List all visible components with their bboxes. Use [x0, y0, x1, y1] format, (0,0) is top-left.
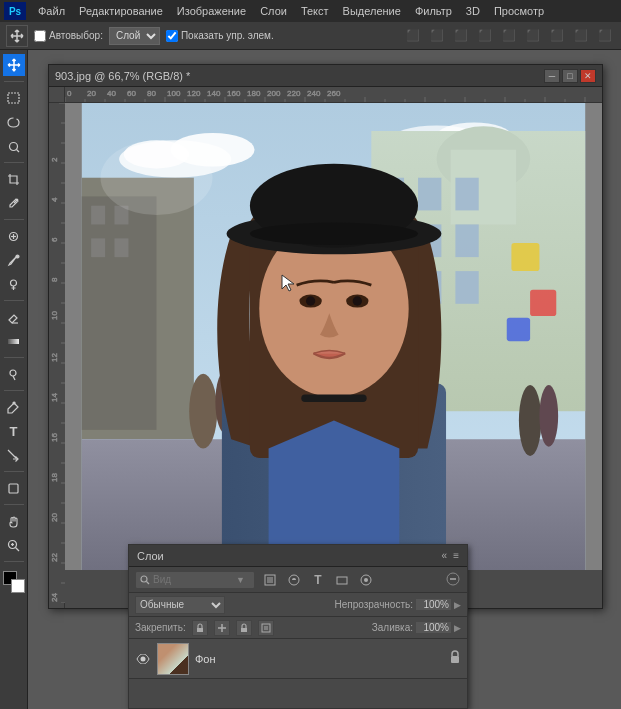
- brush-tool[interactable]: [3, 249, 25, 271]
- lock-artboard-btn[interactable]: [258, 620, 274, 636]
- layer-visibility-eye[interactable]: [135, 651, 151, 667]
- horizontal-ruler: 0 20 40 60 80 100: [65, 87, 602, 103]
- autoselect-label[interactable]: Автовыбор:: [34, 30, 103, 42]
- menu-select[interactable]: Выделение: [337, 3, 407, 19]
- tool-divider-8: [4, 504, 24, 505]
- lock-pos-btn[interactable]: [214, 620, 230, 636]
- shape-tool[interactable]: [3, 477, 25, 499]
- align-center-btn[interactable]: ⬛: [427, 26, 447, 46]
- fill-input[interactable]: [416, 622, 451, 633]
- layers-panel-controls: « ≡: [442, 550, 459, 561]
- align-right-btn[interactable]: ⬛: [451, 26, 471, 46]
- adjustment-layer-filter[interactable]: [285, 571, 303, 589]
- pen-tool[interactable]: [3, 396, 25, 418]
- svg-rect-117: [455, 178, 478, 211]
- align-left-btn[interactable]: ⬛: [403, 26, 423, 46]
- fill-arrow[interactable]: ▶: [454, 623, 461, 633]
- search-dropdown-arrow[interactable]: ▼: [236, 575, 245, 585]
- svg-point-11: [10, 370, 16, 376]
- svg-rect-123: [455, 271, 478, 304]
- panel-toggle[interactable]: [445, 571, 461, 589]
- svg-text:120: 120: [187, 89, 201, 98]
- menu-filter[interactable]: Фильтр: [409, 3, 458, 19]
- shape-layer-filter[interactable]: [333, 571, 351, 589]
- svg-text:40: 40: [107, 89, 116, 98]
- pixel-layer-filter[interactable]: [261, 571, 279, 589]
- select-rect-tool[interactable]: [3, 87, 25, 109]
- layer-select[interactable]: Слой: [109, 27, 160, 45]
- menu-file[interactable]: Файл: [32, 3, 71, 19]
- svg-text:160: 160: [227, 89, 241, 98]
- svg-text:0: 0: [67, 89, 72, 98]
- photo-canvas: [65, 103, 602, 570]
- distribute-left-btn[interactable]: ⬛: [475, 26, 495, 46]
- tool-divider-3: [4, 219, 24, 220]
- eyedropper-tool[interactable]: [3, 192, 25, 214]
- vertical-ruler: 2 4 6 8: [49, 103, 65, 608]
- text-layer-filter[interactable]: T: [309, 571, 327, 589]
- lock-row: Закрепить: Заливка: ▶: [129, 617, 467, 639]
- show-controls-label[interactable]: Показать упр. элем.: [166, 30, 274, 42]
- minimize-btn[interactable]: ─: [544, 69, 560, 83]
- menu-edit[interactable]: Редактирование: [73, 3, 169, 19]
- tool-divider-6: [4, 390, 24, 391]
- smart-object-filter[interactable]: [357, 571, 375, 589]
- layer-thumbnail: [157, 643, 189, 675]
- svg-rect-125: [530, 290, 556, 316]
- layers-panel: Слои « ≡ ▼: [128, 544, 468, 709]
- distribute-right-btn[interactable]: ⬛: [523, 26, 543, 46]
- ruler-v-svg: 2 4 6 8: [49, 103, 65, 603]
- svg-line-2: [17, 149, 20, 152]
- svg-text:18: 18: [50, 473, 59, 482]
- svg-text:140: 140: [207, 89, 221, 98]
- zoom-tool[interactable]: [3, 534, 25, 556]
- clone-tool[interactable]: [3, 273, 25, 295]
- menu-layers[interactable]: Слои: [254, 3, 293, 19]
- layer-lock-icon: [449, 650, 461, 667]
- ruler-corner: [49, 87, 65, 103]
- layers-search-input[interactable]: [153, 574, 233, 585]
- move-tool-options-icon[interactable]: [6, 25, 28, 47]
- lock-label: Закрепить:: [135, 622, 186, 633]
- eraser-tool[interactable]: [3, 306, 25, 328]
- autoselect-checkbox[interactable]: [34, 30, 46, 42]
- menu-3d[interactable]: 3D: [460, 3, 486, 19]
- align-top-btn[interactable]: ⬛: [547, 26, 567, 46]
- panel-menu-btn[interactable]: ≡: [453, 550, 459, 561]
- blend-mode-select[interactable]: Обычные: [135, 596, 225, 614]
- path-select-tool[interactable]: [3, 444, 25, 466]
- quick-select-tool[interactable]: [3, 135, 25, 157]
- move-tool[interactable]: [3, 54, 25, 76]
- opacity-arrow[interactable]: ▶: [454, 600, 461, 610]
- fg-bg-colors[interactable]: [3, 571, 25, 593]
- text-tool[interactable]: T: [3, 420, 25, 442]
- hand-tool[interactable]: [3, 510, 25, 532]
- menu-text[interactable]: Текст: [295, 3, 335, 19]
- menu-image[interactable]: Изображение: [171, 3, 252, 19]
- svg-text:240: 240: [307, 89, 321, 98]
- menu-view[interactable]: Просмотр: [488, 3, 550, 19]
- svg-point-145: [353, 296, 362, 305]
- svg-line-12: [13, 376, 15, 380]
- distribute-center-btn[interactable]: ⬛: [499, 26, 519, 46]
- lock-all-btn[interactable]: [236, 620, 252, 636]
- opacity-input[interactable]: [416, 599, 451, 610]
- crop-tool[interactable]: [3, 168, 25, 190]
- align-middle-btn[interactable]: ⬛: [571, 26, 591, 46]
- lock-pixels-btn[interactable]: [192, 620, 208, 636]
- align-bottom-btn[interactable]: ⬛: [595, 26, 615, 46]
- gradient-tool[interactable]: [3, 330, 25, 352]
- lasso-tool[interactable]: [3, 111, 25, 133]
- layers-titlebar: Слои « ≡: [129, 545, 467, 567]
- svg-point-131: [189, 374, 217, 449]
- background-color[interactable]: [11, 579, 25, 593]
- svg-text:220: 220: [287, 89, 301, 98]
- show-controls-checkbox[interactable]: [166, 30, 178, 42]
- dodge-tool[interactable]: [3, 363, 25, 385]
- heal-tool[interactable]: [3, 225, 25, 247]
- svg-text:2: 2: [50, 157, 59, 162]
- panel-collapse-btn[interactable]: «: [442, 550, 448, 561]
- maximize-btn[interactable]: □: [562, 69, 578, 83]
- close-btn[interactable]: ✕: [580, 69, 596, 83]
- layer-row-fon[interactable]: Фон: [129, 639, 467, 679]
